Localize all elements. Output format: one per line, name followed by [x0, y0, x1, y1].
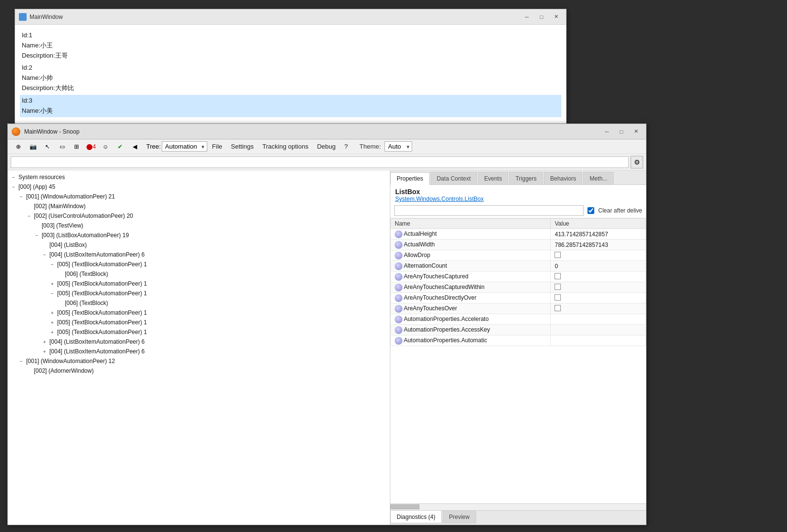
expand-004-listboxitem-2[interactable] — [41, 338, 48, 346]
tree-node-001-window[interactable]: [001] (WindowAutomationPeer) 21 — [8, 192, 390, 201]
expand-004-listboxitem-3[interactable] — [41, 348, 48, 355]
tree-node-004-listboxitem-2[interactable]: [004] (ListBoxItemAutomationPeer) 6 — [8, 337, 390, 347]
tree-node-003-testview[interactable]: [003] (TestView) — [8, 221, 390, 230]
theme-dropdown[interactable]: Auto Light Dark — [385, 141, 412, 152]
table-row[interactable]: ActualWidth786.2857142857143 — [391, 240, 646, 250]
main-wpf-window: MainWindow ─ □ ✕ Id:1 Name:小王 Descirptio… — [15, 9, 567, 130]
tab-data-context[interactable]: Data Context — [431, 172, 477, 184]
expand-006-textblock-2 — [56, 299, 64, 307]
expand-001-window-2[interactable] — [17, 357, 25, 365]
bottom-tab-diagnostics[interactable]: Diagnostics (4) — [390, 511, 442, 523]
search-options-button[interactable]: ⚙ — [631, 156, 643, 168]
theme-dropdown-wrapper[interactable]: Auto Light Dark ▼ — [385, 141, 412, 152]
prop-checkbox[interactable] — [555, 294, 561, 301]
menu-settings[interactable]: Settings — [227, 141, 258, 152]
snoop-minimize-button[interactable]: ─ — [601, 127, 613, 137]
table-row[interactable]: AreAnyTouchesDirectlyOver — [391, 293, 646, 304]
search-input[interactable] — [11, 156, 629, 168]
tree-node-001-window-2[interactable]: [001] (WindowAutomationPeer) 12 — [8, 356, 390, 366]
tab-properties[interactable]: Properties — [390, 172, 430, 185]
prop-name-cell: AutomationProperties.AccessKey — [391, 325, 551, 335]
expand-app[interactable] — [10, 183, 17, 191]
tree-node-005-textblock-6[interactable]: [005] (TextBlockAutomationPeer) 1 — [8, 327, 390, 337]
tb-rect-btn[interactable]: ▭ — [55, 140, 69, 153]
expand-005-textblock-4[interactable] — [48, 309, 56, 317]
expand-004-listboxitem[interactable] — [41, 251, 48, 258]
close-button[interactable]: ✕ — [550, 12, 562, 22]
maximize-button[interactable]: □ — [535, 12, 548, 22]
properties-table[interactable]: Name Value ActualHeight413.7142857142857… — [390, 218, 646, 503]
table-row[interactable]: AutomationProperties.Automatic — [391, 335, 646, 346]
tree-node-002-adorner[interactable]: [002] (AdornerWindow) — [8, 366, 390, 376]
expand-005-textblock-1[interactable] — [48, 260, 56, 268]
prop-checkbox[interactable] — [555, 284, 561, 290]
horiz-scroll-thumb[interactable] — [390, 504, 419, 509]
table-row[interactable]: AreAnyTouchesCapturedWithin — [391, 282, 646, 293]
tree-node-005-textblock-4[interactable]: [005] (TextBlockAutomationPeer) 1 — [8, 308, 390, 318]
tree-node-002-usercontrol[interactable]: [002] (UserControlAutomationPeer) 20 — [8, 211, 390, 221]
tree-node-005-textblock-3[interactable]: [005] (TextBlockAutomationPeer) 1 — [8, 289, 390, 298]
tb-person-btn[interactable]: ☺ — [99, 140, 112, 153]
expand-005-textblock-2[interactable] — [48, 280, 56, 288]
tree-node-003-listbox[interactable]: [003] (ListBoxAutomationPeer) 19 — [8, 230, 390, 240]
table-row[interactable]: ActualHeight413.7142857142857 — [391, 229, 646, 240]
expand-005-textblock-6[interactable] — [48, 328, 56, 336]
col-name-header[interactable]: Name — [391, 219, 551, 229]
tab-behaviors[interactable]: Behaviors — [544, 172, 582, 184]
table-row[interactable]: AreAnyTouchesCaptured — [391, 272, 646, 282]
table-row[interactable]: AreAnyTouchesOver — [391, 304, 646, 314]
tree-node-004-listbox[interactable]: [004] (ListBox) — [8, 240, 390, 250]
filter-input[interactable] — [394, 205, 584, 216]
tree-node-006-textblock-2[interactable]: [006] (TextBlock) — [8, 298, 390, 308]
menu-help[interactable]: ? — [340, 141, 352, 152]
tb-record-btn[interactable]: ⬤4 — [84, 140, 98, 153]
expand-003-listbox[interactable] — [33, 231, 41, 239]
menu-file[interactable]: File — [208, 141, 226, 152]
bottom-tab-preview[interactable]: Preview — [443, 511, 476, 523]
tb-camera-btn[interactable]: 📷 — [26, 140, 40, 153]
class-link[interactable]: System.Windows.Controls.ListBox — [395, 196, 641, 202]
filter-checkbox[interactable] — [587, 207, 594, 214]
tb-cursor-btn[interactable]: ↖ — [41, 140, 54, 153]
table-row[interactable]: AllowDrop — [391, 250, 646, 261]
tb-arrow-btn[interactable]: ◀ — [128, 140, 141, 153]
table-row[interactable]: AlternationCount0 — [391, 261, 646, 272]
menu-tracking[interactable]: Tracking options — [259, 141, 312, 152]
prop-checkbox[interactable] — [555, 252, 561, 258]
table-row[interactable]: AutomationProperties.AccessKey — [391, 325, 646, 335]
tree-dropdown[interactable]: Automation Visual Logical — [162, 141, 207, 152]
tree-node-004-listboxitem-3[interactable]: [004] (ListBoxItemAutomationPeer) 6 — [8, 347, 390, 356]
tree-node-005-textblock-1[interactable]: [005] (TextBlockAutomationPeer) 1 — [8, 259, 390, 269]
snoop-maximize-button[interactable]: □ — [615, 127, 628, 137]
tab-meth[interactable]: Meth... — [583, 172, 614, 184]
expand-system-resources[interactable] — [10, 173, 17, 181]
prop-checkbox[interactable] — [555, 273, 561, 279]
horiz-scrollbar[interactable] — [390, 503, 646, 510]
menu-debug[interactable]: Debug — [313, 141, 339, 152]
snoop-close-button[interactable]: ✕ — [630, 127, 642, 137]
tree-node-app[interactable]: [000] (App) 45 — [8, 182, 390, 192]
col-value-header[interactable]: Value — [551, 219, 646, 229]
prop-value-cell — [551, 250, 646, 261]
expand-005-textblock-3[interactable] — [48, 289, 56, 297]
table-row[interactable]: AutomationProperties.Accelerato — [391, 314, 646, 325]
tree-node-005-textblock-2[interactable]: [005] (TextBlockAutomationPeer) 1 — [8, 279, 390, 289]
tb-crosshair-btn[interactable]: ⊕ — [12, 140, 25, 153]
tree-node-006-textblock-1[interactable]: [006] (TextBlock) — [8, 269, 390, 279]
prop-checkbox[interactable] — [555, 305, 561, 311]
expand-001-window[interactable] — [17, 193, 25, 200]
tree-node-004-listboxitem[interactable]: [004] (ListBoxItemAutomationPeer) 6 — [8, 250, 390, 259]
tree-node-system-resources[interactable]: System resources — [8, 172, 390, 182]
list-item-1: Id:1 Name:小王 Descirption:王哥 — [22, 30, 559, 62]
tab-events[interactable]: Events — [478, 172, 509, 184]
expand-005-textblock-5[interactable] — [48, 319, 56, 326]
expand-002-usercontrol[interactable] — [25, 212, 33, 220]
tree-node-005-textblock-5[interactable]: [005] (TextBlockAutomationPeer) 1 — [8, 318, 390, 327]
tb-rect2-btn[interactable]: ⊞ — [70, 140, 83, 153]
tab-triggers[interactable]: Triggers — [509, 172, 543, 184]
tb-check-btn[interactable]: ✔ — [113, 140, 127, 153]
tree-dropdown-wrapper[interactable]: Automation Visual Logical ▼ — [162, 141, 207, 152]
tree-scroll-area[interactable]: System resources [000] (App) 45 [001] (W… — [8, 170, 390, 525]
minimize-button[interactable]: ─ — [521, 12, 533, 22]
tree-node-002-mainwindow[interactable]: [002] (MainWindow) — [8, 201, 390, 211]
